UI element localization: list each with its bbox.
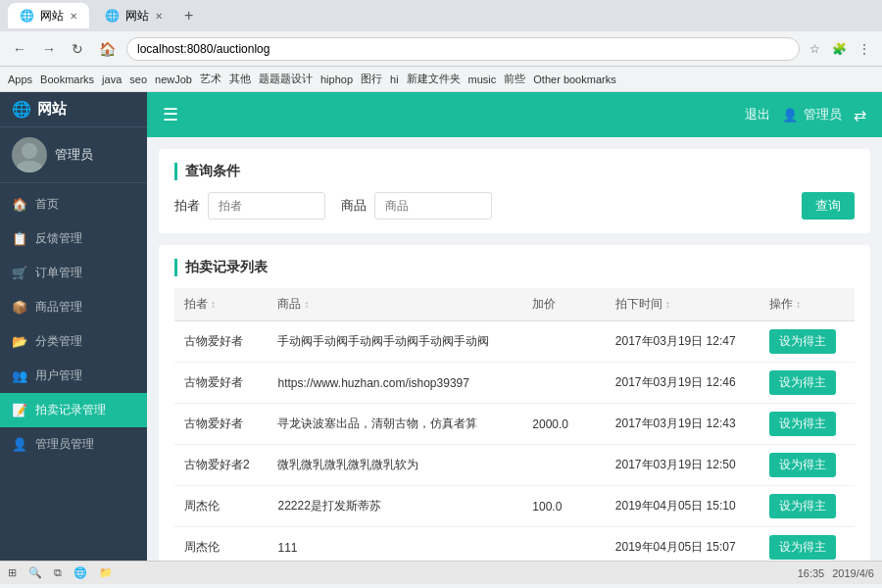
bookmark-other2[interactable]: Other bookmarks bbox=[533, 74, 615, 85]
svg-point-1 bbox=[17, 161, 42, 172]
bookmark-front[interactable]: 前些 bbox=[504, 72, 525, 86]
extension-icon[interactable]: 🧩 bbox=[828, 40, 851, 58]
nav-label-admin-mgmt: 管理员管理 bbox=[35, 436, 94, 453]
browser-chrome: 🌐 网站 ✕ 🌐 网站 ✕ + bbox=[0, 0, 882, 31]
bookmark-hi[interactable]: hi bbox=[390, 74, 399, 85]
main-content: 查询条件 拍者 商品 查询 拍卖记录列表 bbox=[147, 137, 882, 561]
hamburger-btn[interactable]: ☰ bbox=[163, 104, 178, 125]
cell-action[interactable]: 设为得主 bbox=[760, 404, 855, 445]
cell-price bbox=[522, 445, 606, 486]
tab-label: 网站 bbox=[40, 8, 64, 24]
product-label: 商品 bbox=[341, 197, 367, 215]
admin-mgmt-icon: 👤 bbox=[12, 437, 27, 452]
bidder-field: 拍者 bbox=[174, 192, 325, 220]
site-icon: 🌐 bbox=[12, 100, 31, 119]
cell-bidder: 周杰伦 bbox=[174, 486, 268, 527]
col-action: 操作↕ bbox=[760, 288, 855, 321]
auction-log-icon: 📝 bbox=[12, 403, 27, 417]
share-icon[interactable]: ⇄ bbox=[854, 106, 866, 124]
bookmark-img[interactable]: 图行 bbox=[361, 72, 382, 86]
cell-price bbox=[522, 321, 606, 363]
star-icon[interactable]: ☆ bbox=[806, 40, 824, 58]
tab-active[interactable]: 🌐 网站 ✕ bbox=[8, 3, 89, 28]
tab-icon-2: 🌐 bbox=[105, 9, 120, 23]
bookmark-new-folder[interactable]: 新建文件夹 bbox=[407, 72, 461, 86]
nav-item-products[interactable]: 📦 商品管理 bbox=[0, 290, 147, 324]
cell-time: 2019年04月05日 15:10 bbox=[606, 486, 760, 527]
nav-item-home[interactable]: 🏠 首页 bbox=[0, 187, 147, 221]
bookmark-bookmarks[interactable]: Bookmarks bbox=[40, 74, 94, 85]
cell-price: 100.0 bbox=[522, 486, 606, 527]
set-winner-btn[interactable]: 设为得主 bbox=[769, 329, 836, 354]
nav-item-auction-log[interactable]: 📝 拍卖记录管理 bbox=[0, 393, 147, 427]
cell-product: 微乳微乳微乳微乳微乳软为 bbox=[268, 445, 522, 486]
statusbar-right: 16:35 2019/4/6 bbox=[798, 567, 874, 579]
table-row: 古物爱好者 寻龙诀波塞出品，清朝古物，仿真者算 2000.0 2017年03月1… bbox=[174, 404, 855, 445]
sidebar-site-header: 🌐 网站 bbox=[0, 92, 147, 127]
cell-product: 手动阀手动阀手动阀手动阀手动阀手动阀 bbox=[268, 321, 522, 363]
nav-item-admin-mgmt[interactable]: 👤 管理员管理 bbox=[0, 427, 147, 462]
bookmark-hiphop[interactable]: hiphop bbox=[320, 74, 353, 85]
table-row: 周杰伦 22222是打发斯蒂苏 100.0 2019年04月05日 15:10 … bbox=[174, 486, 855, 527]
nav-item-orders[interactable]: 🛒 订单管理 bbox=[0, 256, 147, 290]
home-nav-btn[interactable]: 🏠 bbox=[94, 39, 121, 59]
tab-close-btn-2[interactable]: ✕ bbox=[155, 11, 163, 22]
start-btn[interactable]: ⊞ bbox=[8, 566, 17, 579]
task-view[interactable]: ⧉ bbox=[54, 566, 62, 579]
forward-btn[interactable]: → bbox=[37, 39, 61, 59]
bookmark-newjob[interactable]: newJob bbox=[155, 74, 192, 85]
bookmark-art[interactable]: 艺术 bbox=[200, 72, 221, 86]
query-section: 查询条件 拍者 商品 查询 bbox=[159, 149, 870, 233]
taskbar-app-2[interactable]: 📁 bbox=[99, 566, 113, 579]
cell-action[interactable]: 设为得主 bbox=[760, 363, 855, 404]
menu-icon[interactable]: ⋮ bbox=[855, 40, 874, 58]
main-area: ☰ 退出 👤 管理员 ⇄ 查询条件 拍者 bbox=[147, 92, 882, 561]
admin-user-label: 管理员 bbox=[804, 106, 842, 123]
set-winner-btn[interactable]: 设为得主 bbox=[769, 535, 836, 560]
product-input[interactable] bbox=[374, 192, 492, 220]
bookmark-seo[interactable]: seo bbox=[129, 74, 147, 85]
set-winner-btn[interactable]: 设为得主 bbox=[769, 412, 836, 436]
set-winner-btn[interactable]: 设为得主 bbox=[769, 370, 836, 395]
cell-action[interactable]: 设为得主 bbox=[760, 527, 855, 562]
search-button[interactable]: 查询 bbox=[802, 192, 855, 220]
set-winner-btn[interactable]: 设为得主 bbox=[769, 453, 836, 477]
nav-label-orders: 订单管理 bbox=[35, 265, 82, 281]
nav-item-categories[interactable]: 📂 分类管理 bbox=[0, 324, 147, 359]
bookmark-design[interactable]: 题题题设计 bbox=[259, 72, 313, 86]
query-form: 拍者 商品 查询 bbox=[174, 192, 855, 220]
nav-label-feedback: 反馈管理 bbox=[35, 230, 82, 247]
bookmark-other[interactable]: 其他 bbox=[229, 72, 251, 86]
set-winner-btn[interactable]: 设为得主 bbox=[769, 494, 836, 518]
taskbar-app-1[interactable]: 🌐 bbox=[74, 566, 87, 579]
cell-action[interactable]: 设为得主 bbox=[760, 321, 855, 363]
nav-label-products: 商品管理 bbox=[35, 299, 82, 316]
tab-inactive[interactable]: 🌐 网站 ✕ bbox=[93, 3, 174, 28]
sidebar: 🌐 网站 管理员 🏠 首页 📋 反馈管理 🛒 订单管理 📦 bbox=[0, 92, 147, 561]
sort-icon-product: ↕ bbox=[304, 299, 309, 310]
bookmark-music[interactable]: music bbox=[468, 74, 497, 85]
clock-time: 16:35 bbox=[798, 567, 825, 579]
table-row: 周杰伦 111 2019年04月05日 15:07 设为得主 bbox=[174, 527, 855, 562]
cell-bidder: 古物爱好者 bbox=[174, 404, 268, 445]
nav-item-feedback[interactable]: 📋 反馈管理 bbox=[0, 221, 147, 256]
logout-btn[interactable]: 退出 bbox=[745, 106, 770, 123]
back-btn[interactable]: ← bbox=[8, 39, 31, 59]
cell-price: 2000.0 bbox=[522, 404, 606, 445]
tab-close-btn[interactable]: ✕ bbox=[70, 11, 77, 22]
nav-item-users[interactable]: 👥 用户管理 bbox=[0, 359, 147, 393]
search-taskbar[interactable]: 🔍 bbox=[28, 566, 42, 579]
bookmark-apps[interactable]: Apps bbox=[8, 74, 32, 85]
bidder-input[interactable] bbox=[208, 192, 325, 220]
products-icon: 📦 bbox=[12, 300, 27, 315]
col-price: 加价 bbox=[522, 288, 606, 321]
toolbar-icons: ☆ 🧩 ⋮ bbox=[806, 40, 874, 58]
table-section: 拍卖记录列表 拍者↕ 商品↕ 加价 拍下时间↕ 操作↕ 古物爱好者 手动阀手动 bbox=[159, 245, 870, 561]
address-bar[interactable] bbox=[126, 37, 800, 61]
cell-product: 111 bbox=[268, 527, 522, 562]
cell-action[interactable]: 设为得主 bbox=[760, 486, 855, 527]
new-tab-btn[interactable]: + bbox=[178, 7, 199, 24]
cell-action[interactable]: 设为得主 bbox=[760, 445, 855, 486]
reload-btn[interactable]: ↻ bbox=[67, 39, 88, 59]
bookmark-java[interactable]: java bbox=[102, 74, 122, 85]
